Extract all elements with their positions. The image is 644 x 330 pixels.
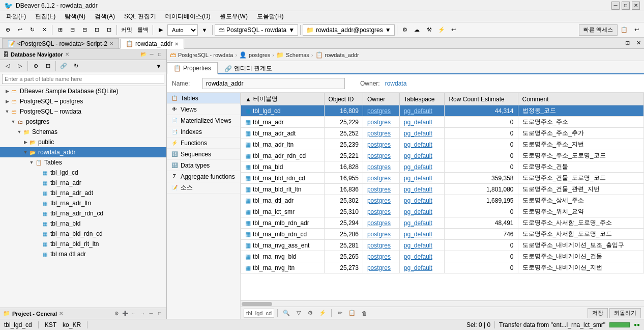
tree-item-tbl8[interactable]: ▦ tbl_rna_bld_rlt_ltn (0, 239, 166, 249)
owner-cell-link[interactable]: postgres (367, 253, 391, 260)
horizontal-scrollbar[interactable] (241, 300, 644, 307)
nav-collapse-btn[interactable]: ⊟ (42, 61, 53, 72)
project-maximize-btn[interactable]: □ (156, 310, 163, 317)
nav-forward-btn[interactable]: ▷ (14, 61, 25, 72)
project-arrow-btn1[interactable]: ← (130, 310, 137, 317)
toolbar-rollback-btn[interactable]: 롤백 (135, 24, 151, 36)
tablespace-cell-link[interactable]: pg_default (404, 130, 432, 137)
nav-item-functions[interactable]: ⚡ Functions (167, 138, 240, 149)
save-button[interactable]: 저장 (588, 308, 608, 318)
table-row[interactable]: ▦tbl_rna_adr25,229postgrespg_default0도로명… (241, 117, 644, 128)
tree-item-tbl2[interactable]: ▦ tbl_rna_adr (0, 178, 166, 188)
nav-item-aggregate[interactable]: Σ Aggregate functions (167, 171, 240, 182)
table-row[interactable]: ▦tbl_rna_nvg_ltn25,273postgrespg_default… (241, 262, 644, 273)
table-row[interactable]: ▦tbl_rna_adr_adt25,252postgrespg_default… (241, 128, 644, 139)
edit-btn[interactable]: ✏ (335, 308, 345, 318)
owner-cell-link[interactable]: postgres (367, 107, 391, 115)
tablespace-cell-link[interactable]: pg_default (404, 219, 432, 227)
owner-cell-link[interactable]: postgres (367, 152, 391, 159)
export-btn[interactable]: ⚡ (317, 308, 328, 318)
toolbar-btn-4[interactable]: ⊞ (54, 24, 66, 36)
nav-back-btn[interactable]: ◁ (2, 61, 13, 72)
owner-link[interactable]: rowdata (385, 80, 407, 87)
owner-cell-link[interactable]: postgres (367, 141, 391, 148)
col-header-owner[interactable]: Owner (363, 93, 399, 105)
project-arrow-btn2[interactable]: → (139, 310, 146, 317)
tree-expand-schemas[interactable]: ▼ (16, 129, 22, 134)
minimize-button[interactable]: ─ (611, 2, 620, 10)
settings-btn[interactable]: ⚙ (305, 308, 315, 318)
tree-item-tbl5[interactable]: ▦ tbl_rna_adr_rdn_cd (0, 208, 166, 218)
table-row[interactable]: ▦tbl_rna_dtl_adr25,302postgrespg_default… (241, 195, 644, 206)
tree-expand-sqlite[interactable]: ▶ (4, 89, 10, 94)
nav-link-btn[interactable]: 🔗 (58, 61, 69, 72)
toolbar-misc-btn2[interactable]: ☁ (412, 24, 423, 36)
tree-item-pg-rowdata[interactable]: ▼ 🗃 PostgreSQL – rowdata (0, 106, 166, 117)
tree-item-tbl3[interactable]: ▦ tbl_rna_adr_adt (0, 188, 166, 198)
tab-script[interactable]: 📝 <PostgreSQL - rowdata> Script-2 ✕ (2, 38, 119, 48)
navigator-maximize-btn[interactable]: □ (156, 51, 163, 58)
toolbar-arrow-btn[interactable]: ▶ (155, 24, 166, 36)
toolbar-btn-8[interactable]: ⊡ (103, 24, 114, 36)
menu-item-d[interactable]: 데이터베이스(D) (161, 11, 215, 22)
project-settings-btn[interactable]: ⚙ (113, 310, 120, 317)
table-row[interactable]: ▦tbl_rna_nvg_ass_ent25,281postgrespg_def… (241, 240, 644, 251)
filter-btn[interactable]: ▽ (294, 308, 304, 318)
table-row[interactable]: ▦tbl_rna_bld_rlt_ltn16,836postgrespg_def… (241, 184, 644, 195)
tree-item-rowdata-addr[interactable]: ▼ 📂 rowdata_addr (0, 147, 166, 157)
nav-item-materialized-views[interactable]: 📄 Materialized Views (167, 115, 240, 126)
table-row[interactable]: ▦tbl_rna_nvg_bld25,265postgrespg_default… (241, 251, 644, 262)
toolbar-dropdown-btn[interactable]: ▼ (199, 24, 210, 36)
tab-properties[interactable]: 📋 Properties (167, 62, 218, 74)
tablespace-cell-link[interactable]: pg_default (404, 141, 432, 148)
revert-button[interactable]: 되돌리기 (609, 308, 641, 318)
navigator-minimize-btn[interactable]: ─ (148, 51, 155, 58)
db-dropdown-icon[interactable]: ▼ (385, 26, 391, 34)
toolbar-misc-btn4[interactable]: ⚡ (436, 24, 447, 36)
tree-expand-tables[interactable]: ▼ (28, 160, 35, 165)
nav-item-sequences[interactable]: 🔢 Sequences (167, 149, 240, 160)
tree-expand-pg-postgres[interactable]: ▶ (4, 99, 10, 104)
col-header-name[interactable]: ▲ 테이블명 (241, 93, 325, 105)
owner-cell-link[interactable]: postgres (367, 231, 391, 238)
connection-dropdown-icon[interactable]: ▼ (288, 26, 295, 34)
table-row[interactable]: ▦tbl_rna_lct_smr25,310postgrespg_default… (241, 206, 644, 217)
tree-item-tbl9[interactable]: ▦ tbl rna dtl adr (0, 249, 166, 259)
owner-cell-link[interactable]: postgres (367, 119, 391, 126)
owner-cell-link[interactable]: postgres (367, 197, 391, 204)
tree-item-tbl6[interactable]: ▦ tbl_rna_bld (0, 218, 166, 229)
table-row[interactable]: ▦tbl_rna_bld_rdn_cd16,955postgrespg_defa… (241, 173, 644, 184)
col-header-objectid[interactable]: Object ID (324, 93, 363, 105)
col-header-comment[interactable]: Comment (518, 93, 644, 105)
tablespace-cell-link[interactable]: pg_default (404, 264, 432, 271)
tab-close-btn[interactable]: ✕ (633, 37, 644, 48)
nav-item-tables[interactable]: 📋 Tables (167, 93, 240, 104)
tree-item-tables[interactable]: ▼ 📋 Tables (0, 157, 166, 168)
owner-cell-link[interactable]: postgres (367, 264, 391, 271)
project-add-btn[interactable]: ➕ (122, 310, 129, 317)
tree-expand-pg-rowdata[interactable]: ▼ (4, 109, 10, 114)
delete-btn[interactable]: 🗑 (359, 308, 369, 318)
table-row[interactable]: ▦tbl_rna_adr_rdn_cd25,221postgrespg_defa… (241, 150, 644, 161)
owner-cell-link[interactable]: postgres (367, 163, 391, 171)
scrollbar-thumb[interactable] (242, 302, 272, 306)
tablespace-cell-link[interactable]: pg_default (404, 175, 432, 182)
search-btn[interactable]: 🔍 (281, 308, 292, 318)
close-button[interactable]: ✕ (632, 2, 640, 10)
tablespace-cell-link[interactable]: pg_default (404, 231, 432, 238)
tree-item-schemas[interactable]: ▼ 📁 Schemas (0, 127, 166, 137)
toolbar-btn-2[interactable]: ↻ (26, 24, 38, 36)
nav-refresh-btn[interactable]: ↻ (70, 61, 81, 72)
owner-cell-link[interactable]: postgres (367, 208, 391, 215)
toolbar-combo[interactable]: Auto (167, 24, 198, 36)
search-input[interactable] (2, 74, 164, 84)
tablespace-cell-link[interactable]: pg_default (404, 208, 432, 215)
menu-item-w[interactable]: 원도우(W) (216, 11, 252, 22)
col-header-tablespace[interactable]: Tablespace (399, 93, 445, 105)
toolbar-misc-btn5[interactable]: ↩ (448, 24, 459, 36)
table-row[interactable]: ▦tbl_rna_mlb_rdn_cd25,286postgrespg_defa… (241, 229, 644, 240)
tree-expand-rowdata-addr[interactable]: ▼ (22, 150, 28, 155)
owner-cell-link[interactable]: postgres (367, 175, 391, 182)
menu-item-f[interactable]: 파일(F) (2, 11, 30, 22)
quick-access-button[interactable]: 빠른 액세스 (579, 24, 618, 36)
